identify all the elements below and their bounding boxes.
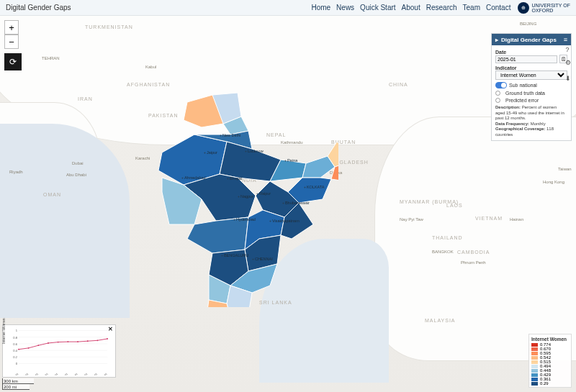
- oxford-logo: ⊕ UNIVERSITY OF OXFORD: [518, 2, 570, 14]
- panel-description: Description: Percent of women aged 15-49…: [495, 105, 567, 137]
- svg-text:0.4: 0.4: [13, 349, 17, 352]
- oxford-crest-icon: ⊕: [518, 2, 529, 14]
- nav-home[interactable]: Home: [311, 4, 330, 12]
- sea-arabian: [0, 124, 130, 318]
- svg-text:2017-01: 2017-01: [19, 373, 29, 375]
- zoom-in-button[interactable]: +: [4, 20, 19, 35]
- svg-text:2018-01: 2018-01: [30, 373, 39, 375]
- scale-km: 300 km: [2, 378, 34, 384]
- legend: Internet Women 0.7740.6700.5950.5420.515…: [528, 334, 572, 388]
- svg-point-18: [77, 341, 78, 342]
- indicator-select[interactable]: Internet Women: [495, 70, 567, 80]
- scale-bar: 300 km 200 mi: [2, 378, 34, 390]
- subnational-toggle[interactable]: [495, 82, 507, 88]
- legend-row: 0.29: [531, 381, 569, 386]
- panel-header[interactable]: ▸ Digital Gender Gaps ≡: [492, 34, 571, 45]
- landmass-seasia: [374, 117, 576, 361]
- date-label: Date: [495, 50, 567, 55]
- timeseries-chart: ✕ Internet Women 00.20.40.60.812016-0120…: [2, 324, 116, 378]
- svg-point-17: [67, 341, 68, 342]
- svg-text:0.6: 0.6: [13, 342, 17, 346]
- legend-swatch: [531, 365, 538, 368]
- nav-research[interactable]: Research: [426, 4, 457, 12]
- chart-close-icon[interactable]: ✕: [108, 326, 113, 332]
- ground-truth-radio[interactable]: [495, 91, 500, 96]
- refresh-button[interactable]: ⟳: [4, 53, 22, 70]
- subnational-label: Sub national: [509, 83, 537, 88]
- legend-title: Internet Women: [531, 337, 569, 342]
- nav-contact[interactable]: Contact: [486, 4, 510, 12]
- scale-mi: 200 mi: [2, 384, 30, 390]
- panel-collapse-icon[interactable]: ▸: [495, 37, 498, 43]
- nav-quick-start[interactable]: Quick Start: [360, 4, 395, 12]
- control-panel: ▸ Digital Gender Gaps ≡ Date 🗓 Indicator…: [491, 33, 572, 141]
- predicted-error-label: Predicted error: [505, 98, 539, 103]
- predicted-error-radio[interactable]: [495, 98, 500, 103]
- svg-text:1: 1: [16, 329, 18, 332]
- legend-swatch: [531, 356, 538, 360]
- settings-icon[interactable]: ⚙: [564, 59, 572, 66]
- legend-swatch: [531, 378, 538, 381]
- ground-truth-label: Ground truth data: [505, 91, 545, 96]
- zoom-out-button[interactable]: −: [4, 35, 19, 49]
- map-viewport[interactable]: TURKMENISTANAFGHANISTANIRANPAKISTANNEPAL…: [0, 16, 576, 392]
- legend-swatch: [531, 343, 538, 347]
- svg-point-14: [37, 345, 39, 346]
- legend-swatch: [531, 360, 538, 364]
- svg-text:2020-01: 2020-01: [49, 373, 58, 375]
- svg-point-21: [107, 338, 108, 339]
- svg-text:0.8: 0.8: [13, 336, 17, 339]
- svg-text:2023-01: 2023-01: [79, 373, 89, 375]
- legend-swatch: [531, 352, 538, 355]
- svg-point-12: [18, 349, 19, 350]
- download-icon[interactable]: ⬇: [564, 75, 572, 82]
- date-input[interactable]: [495, 55, 557, 63]
- nav-team[interactable]: Team: [463, 4, 480, 12]
- nav-news[interactable]: News: [336, 4, 354, 12]
- panel-title: Digital Gender Gaps: [501, 37, 557, 43]
- svg-point-13: [28, 347, 30, 349]
- top-nav: HomeNewsQuick StartAboutResearchTeamCont…: [311, 4, 510, 12]
- legend-swatch: [531, 369, 538, 373]
- svg-point-20: [96, 339, 98, 341]
- zoom-control: + −: [4, 20, 19, 49]
- svg-text:2019-01: 2019-01: [40, 373, 49, 375]
- svg-text:2025-01: 2025-01: [99, 373, 108, 375]
- legend-swatch: [531, 373, 538, 377]
- svg-text:2021-01: 2021-01: [59, 373, 68, 375]
- svg-text:0: 0: [16, 362, 18, 365]
- help-icon[interactable]: ?: [564, 46, 571, 53]
- svg-text:0.2: 0.2: [13, 355, 17, 359]
- svg-text:2022-01: 2022-01: [69, 373, 78, 375]
- svg-text:2016-01: 2016-01: [10, 373, 19, 375]
- svg-point-16: [58, 342, 59, 343]
- nav-about[interactable]: About: [402, 4, 420, 12]
- chart-ylabel: Internet Women: [1, 319, 6, 344]
- app-title: Digital Gender Gaps: [6, 4, 71, 12]
- legend-swatch: [531, 382, 538, 386]
- legend-swatch: [531, 347, 538, 351]
- legend-value: 0.29: [540, 381, 549, 386]
- panel-menu-icon[interactable]: ≡: [564, 36, 567, 43]
- oxford-label: UNIVERSITY OF OXFORD: [531, 3, 570, 13]
- svg-text:2024-01: 2024-01: [89, 373, 98, 375]
- svg-point-19: [87, 340, 89, 342]
- indicator-label: Indicator: [495, 65, 567, 70]
- svg-point-15: [48, 342, 49, 344]
